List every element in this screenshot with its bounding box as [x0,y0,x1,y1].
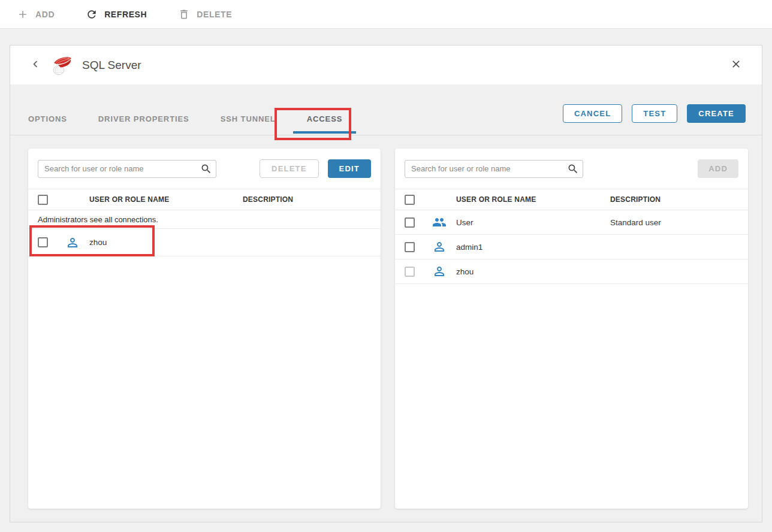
column-header-name: USER OR ROLE NAME [89,195,243,204]
trash-icon [178,8,190,20]
tab-driver-properties[interactable]: DRIVER PROPERTIES [84,114,204,135]
person-icon [432,240,447,254]
add-button-label: ADD [35,10,55,19]
available-users-search-input[interactable] [405,160,583,178]
dialog-tabstrip: OPTIONS DRIVER PROPERTIES SSH TUNNEL ACC… [10,84,762,135]
row-checkbox[interactable] [405,267,415,277]
table-row[interactable]: User Standard user [395,210,748,235]
select-all-checkbox[interactable] [38,195,48,205]
sql-server-logo [51,55,74,75]
granted-users-search-input[interactable] [38,160,216,178]
close-button[interactable] [728,58,744,73]
granted-users-panel: DELETE EDIT USER OR ROLE NAME DESCRIPTIO… [28,149,381,509]
person-icon [65,235,80,250]
row-checkbox[interactable] [405,217,415,228]
granted-users-toolbar: DELETE EDIT [28,149,381,189]
granted-users-table-header: USER OR ROLE NAME DESCRIPTION [28,189,381,210]
column-header-description: DESCRIPTION [610,195,748,204]
row-user-name: zhou [456,267,610,276]
close-icon [730,58,742,72]
available-users-panel: ADD USER OR ROLE NAME DESCRIPTION User S… [395,149,748,509]
row-checkbox[interactable] [405,242,415,252]
refresh-icon [86,8,98,20]
delete-button[interactable]: DELETE [178,8,232,20]
table-row[interactable]: zhou [395,259,748,284]
people-icon [432,215,447,229]
available-users-toolbar: ADD [395,149,748,189]
delete-button-label: DELETE [197,10,232,19]
person-icon [432,264,447,279]
add-button[interactable]: ADD [17,8,55,20]
panel-delete-button[interactable]: DELETE [260,159,318,178]
test-button[interactable]: TEST [632,104,677,123]
dialog-header: SQL Server [10,46,762,84]
tab-ssh-tunnel[interactable]: SSH TUNNEL [206,114,290,135]
row-description: Standard user [610,218,748,227]
column-header-description: DESCRIPTION [243,195,381,204]
column-header-name: USER OR ROLE NAME [456,195,610,204]
refresh-button-label: REFRESH [104,10,147,19]
row-user-name: zhou [89,238,243,247]
cancel-button[interactable]: CANCEL [563,104,622,123]
top-toolbar: ADD REFRESH DELETE [0,0,772,29]
create-button[interactable]: CREATE [687,104,746,123]
dialog-title: SQL Server [82,59,141,72]
available-users-table-header: USER OR ROLE NAME DESCRIPTION [395,189,748,210]
admins-info-row: Administrators see all connections. [28,210,381,229]
row-checkbox[interactable] [38,237,48,247]
table-row[interactable]: admin1 [395,235,748,259]
plus-icon [17,8,29,20]
refresh-button[interactable]: REFRESH [86,8,147,20]
dialog-action-buttons: CANCEL TEST CREATE [563,104,746,123]
tab-options[interactable]: OPTIONS [14,114,82,135]
select-all-checkbox[interactable] [405,195,415,205]
row-user-name: User [456,218,610,227]
chevron-left-icon [29,58,42,73]
connection-dialog: SQL Server OPTIONS DRIVER PROPERTIES SSH… [10,45,762,522]
table-row[interactable]: zhou [28,229,381,256]
back-button[interactable] [28,58,43,72]
panel-add-button[interactable]: ADD [698,159,738,178]
tab-access[interactable]: ACCESS [292,114,357,135]
row-user-name: admin1 [456,243,610,252]
panel-edit-button[interactable]: EDIT [328,159,371,178]
admins-info-text: Administrators see all connections. [38,215,158,224]
